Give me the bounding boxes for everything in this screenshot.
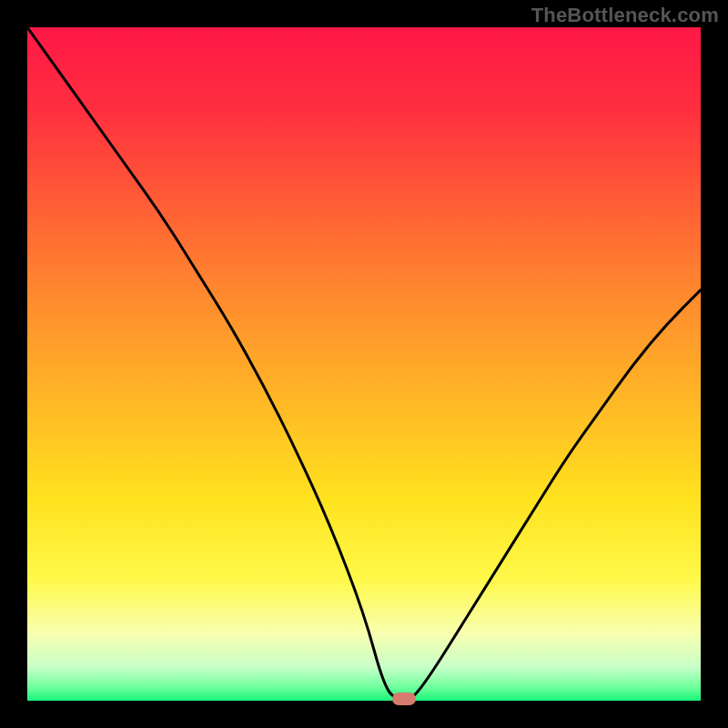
watermark-text: TheBottleneck.com [531, 4, 719, 27]
gradient-background [27, 27, 701, 701]
plot-area [27, 27, 701, 701]
gradient-plot [27, 27, 701, 701]
chart-frame: TheBottleneck.com [0, 0, 728, 728]
minimum-marker [392, 693, 416, 705]
